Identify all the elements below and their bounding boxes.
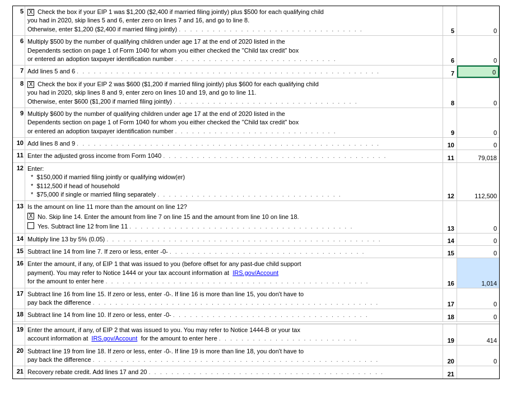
line-5-checkbox-box: X xyxy=(27,9,34,16)
line-21-ref: 21 xyxy=(443,366,457,378)
line-13-value[interactable]: 0 xyxy=(457,201,499,232)
line-15-right: 15 0 xyxy=(443,246,499,258)
line-11-content: Enter the adjusted gross income from For… xyxy=(25,150,443,162)
line-5-content: X Check the box if your EIP 1 was $1,200… xyxy=(25,6,443,35)
line-16-content: Enter the amount, if any, of EIP 1 that … xyxy=(25,258,443,287)
line-10-num: 10 xyxy=(13,138,25,150)
line-11-ref: 11 xyxy=(443,150,457,162)
line-11-value[interactable]: 79,018 xyxy=(457,150,499,162)
line-19-right: 19 414 xyxy=(443,324,499,345)
line-14-content: Multiply line 13 by 5% (0.05) . . . . . … xyxy=(25,234,443,245)
line-17-dots: . . . . . . . . . . . . . . . . . . . . … xyxy=(93,299,379,306)
line-17-value[interactable]: 0 xyxy=(457,288,499,309)
line-20-row: 20 Subtract line 19 from line 18. If zer… xyxy=(13,346,499,367)
line-21-value[interactable] xyxy=(457,366,499,378)
line-19-dots: . . . . . . . . . . . . . . . . . . . . … xyxy=(219,335,358,342)
line-8-ref: 8 xyxy=(443,78,457,108)
line-12-dots: . . . . . . . . . . . . . . . . . . . . … xyxy=(157,191,342,198)
line-6-content: Multiply $500 by the number of qualifyin… xyxy=(25,36,443,65)
line-13-no-label: No. Skip line 14. Enter the amount from … xyxy=(38,213,299,221)
line-15-ref: 15 xyxy=(443,246,457,258)
line-20-content: Subtract line 19 from line 18. If zero o… xyxy=(25,346,443,366)
line-7-ref: 7 xyxy=(443,66,457,77)
line-6-value[interactable]: 0 xyxy=(457,36,499,65)
line-12-bullet-3: *$75,000 if single or married filing sep… xyxy=(27,190,440,199)
line-6-right: 6 0 xyxy=(443,36,499,65)
line-5-value[interactable]: 0 xyxy=(457,6,499,35)
line-13-question-row: 13 Is the amount on line 11 more than th… xyxy=(13,201,499,233)
line-9-dots: . . . . . . . . . . . . . . . . . . . . … xyxy=(175,128,337,134)
line-5-checkbox[interactable]: X xyxy=(27,9,35,16)
line-10-value[interactable]: 0 xyxy=(457,138,499,150)
line-15-content: Subtract line 14 from line 7. If zero or… xyxy=(25,246,443,258)
line-16-num: 16 xyxy=(13,258,25,287)
line-17-right: 17 0 xyxy=(443,288,499,309)
line-17-row: 17 Subtract line 16 from line 15. If zer… xyxy=(13,288,499,310)
line-8-checkbox[interactable]: X xyxy=(27,81,35,88)
line-18-ref: 18 xyxy=(443,309,457,321)
line-10-content: Add lines 8 and 9 . . . . . . . . . . . … xyxy=(25,138,443,150)
line-8-row: 8 X Check the box if your EIP 2 was $600… xyxy=(13,78,499,108)
line-7-value[interactable]: 0 xyxy=(457,66,499,77)
line-9-content: Multiply $600 by the number of qualifyin… xyxy=(25,108,443,137)
line-13-ref: 13 xyxy=(443,201,457,232)
line-19-row: 19 Enter the amount, if any, of EIP 2 th… xyxy=(13,324,499,346)
line-12-row: 12 Enter: *$150,000 if married filing jo… xyxy=(13,163,499,202)
line-14-row: 14 Multiply line 13 by 5% (0.05) . . . .… xyxy=(13,234,499,246)
line-15-value[interactable]: 0 xyxy=(457,246,499,258)
line-19-link[interactable]: IRS.gov/Account xyxy=(91,335,137,342)
line-20-right: 20 0 xyxy=(443,346,499,366)
line-13-no-checkbox[interactable]: X xyxy=(27,213,35,220)
line-7-num: 7 xyxy=(13,66,25,77)
line-17-content: Subtract line 16 from line 15. If zero o… xyxy=(25,288,443,309)
line-19-content: Enter the amount, if any, of EIP 2 that … xyxy=(25,324,443,345)
line-16-dots: . . . . . . . . . . . . . . . . . . . . … xyxy=(105,278,369,284)
line-7-row: 7 Add lines 5 and 6 . . . . . . . . . . … xyxy=(13,66,499,78)
line-14-value[interactable]: 0 xyxy=(457,234,499,245)
line-8-value[interactable]: 0 xyxy=(457,78,499,108)
line-8-right: 8 0 xyxy=(443,78,499,108)
line-19-num: 19 xyxy=(13,324,25,345)
line-14-dots: . . . . . . . . . . . . . . . . . . . . … xyxy=(106,236,381,242)
line-13-no-option: X No. Skip line 14. Enter the amount fro… xyxy=(27,213,440,221)
line-6-num: 6 xyxy=(13,36,25,65)
line-18-row: 18 Subtract line 14 from line 10. If zer… xyxy=(13,309,499,321)
line-10-right: 10 0 xyxy=(443,138,499,150)
line-14-ref: 14 xyxy=(443,234,457,245)
line-7-right: 7 0 xyxy=(443,66,499,77)
line-16-right: 16 1,014 xyxy=(443,258,499,287)
line-13-yes-dots: . . . . . . . . . . . . . . . . . . . . … xyxy=(129,223,353,230)
line-6-dots: . . . . . . . . . . . . . . . . . . . . … xyxy=(175,55,337,62)
line-8-dots: . . . . . . . . . . . . . . . . . . . . … xyxy=(174,98,358,105)
line-11-num: 11 xyxy=(13,150,25,162)
line-21-right: 21 xyxy=(443,366,499,378)
line-12-num: 12 xyxy=(13,163,25,201)
line-9-value[interactable]: 0 xyxy=(457,108,499,137)
line-8-content: X Check the box if your EIP 2 was $600 (… xyxy=(25,78,443,108)
line-13-num: 13 xyxy=(13,201,25,232)
line-12-value[interactable]: 112,500 xyxy=(457,163,499,201)
line-5-dots: . . . . . . . . . . . . . . . . . . . . … xyxy=(179,26,363,32)
line-20-ref: 20 xyxy=(443,346,457,366)
line-18-value[interactable]: 0 xyxy=(457,309,499,321)
line-13-yes-option: Yes. Subtract line 12 from line 11 . . .… xyxy=(27,222,440,231)
line-7-content: Add lines 5 and 6 . . . . . . . . . . . … xyxy=(25,66,443,77)
line-19-value[interactable]: 414 xyxy=(457,324,499,345)
line-11-dots: . . . . . . . . . . . . . . . . . . . . … xyxy=(163,152,387,159)
line-8-checkbox-box: X xyxy=(27,81,34,88)
line-12-right: 12 112,500 xyxy=(443,163,499,201)
line-13-content: Is the amount on line 11 more than the a… xyxy=(25,201,443,232)
line-21-dots: . . . . . . . . . . . . . . . . . . . . … xyxy=(148,368,384,375)
line-7-dots: . . . . . . . . . . . . . . . . . . . . … xyxy=(77,68,380,74)
line-5-right: 5 0 xyxy=(443,6,499,35)
line-13-no-checkbox-box: X xyxy=(27,213,34,220)
line-18-right: 18 0 xyxy=(443,309,499,321)
line-21-content: Recovery rebate credit. Add lines 17 and… xyxy=(25,366,443,378)
line-13-yes-checkbox[interactable] xyxy=(27,222,35,229)
line-16-link[interactable]: IRS.gov/Account xyxy=(232,269,278,276)
line-20-value[interactable]: 0 xyxy=(457,346,499,366)
line-16-value[interactable]: 1,014 xyxy=(457,258,499,287)
line-15-row: 15 Subtract line 14 from line 7. If zero… xyxy=(13,246,499,258)
line-8-num: 8 xyxy=(13,78,25,108)
line-14-num: 14 xyxy=(13,234,25,245)
